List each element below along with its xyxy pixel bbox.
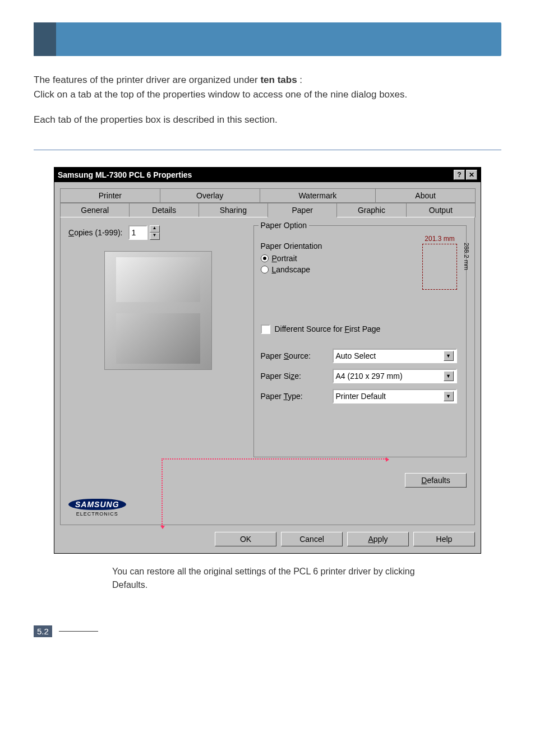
chevron-down-icon[interactable]: ▼ [444,351,454,361]
page-banner [34,22,501,56]
chevron-down-icon[interactable]: ▼ [444,391,454,401]
footnote-text: You can restore all the original setting… [112,565,426,592]
tab-about[interactable]: About [375,188,476,203]
chevron-down-icon[interactable]: ▼ [444,371,454,381]
checkbox-different-source-label: Different Source for First Page [275,324,381,333]
page-dimension-preview: 201.3 mm 288.2 mm [422,235,457,290]
section-separator [34,150,501,150]
page-rect-icon: 288.2 mm [422,244,457,290]
tab-details[interactable]: Details [129,203,199,217]
tab-sharing[interactable]: Sharing [199,203,268,217]
paper-option-group: Paper Option Paper Orientation Portrait … [253,225,467,457]
radio-portrait-label: Portrait [272,254,297,263]
copies-spin-up[interactable]: ▲ [150,225,160,233]
tab-row-2: General Details Sharing Paper Graphic Ou… [60,202,475,217]
intro-text-1: The features of the printer driver are o… [34,73,501,101]
help-button[interactable]: Help [413,532,475,546]
copies-label-rest: opies (1-999): [74,228,122,237]
cancel-button[interactable]: Cancel [281,532,343,546]
paper-size-row: Paper Size: A4 (210 x 297 mm) ▼ [261,369,460,383]
paper-source-label: Paper Source: [261,351,328,360]
properties-dialog: Samsung ML-7300 PCL 6 Properties ? ✕ Pri… [54,167,481,554]
samsung-logo-text: SAMSUNG [68,499,126,510]
samsung-logo-subtext: ELECTRONICS [76,511,118,517]
radio-portrait-dot[interactable] [261,254,269,262]
intro-suffix: : [297,75,302,85]
callout-arrow-note [162,458,163,526]
copies-label: Copies (1-999): [68,228,123,237]
page-number-rule [59,631,98,632]
page-width-label: 201.3 mm [422,235,457,243]
paper-size-dropdown[interactable]: A4 (210 x 297 mm) ▼ [333,369,457,383]
dialog-title: Samsung ML-7300 PCL 6 Properties [58,170,192,179]
paper-source-row: Paper Source: Auto Select ▼ [261,349,460,363]
dialog-footer: OK Cancel Apply Help [60,532,475,546]
titlebar: Samsung ML-7300 PCL 6 Properties ? ✕ [54,168,481,182]
paper-type-label: Paper Type: [261,392,328,401]
tab-paper[interactable]: Paper [268,203,337,217]
paper-source-value: Auto Select [336,351,376,360]
intro-prefix: The features of the printer driver are o… [34,75,260,85]
intro-line2: Click on a tab at the top of the propert… [34,89,407,100]
tab-graphic[interactable]: Graphic [336,203,406,217]
copies-spin-down[interactable]: ▼ [150,233,160,240]
tab-panel-paper: Copies (1-999): 1 ▲ ▼ [60,217,475,525]
paper-type-value: Printer Default [336,392,386,401]
copies-spinner[interactable]: 1 ▲ ▼ [128,225,160,240]
defaults-button[interactable]: Defaults [405,473,467,488]
paper-size-label: Paper Size: [261,372,328,381]
ok-button[interactable]: OK [215,532,276,546]
radio-landscape-label: Landscape [272,265,311,274]
tab-output[interactable]: Output [406,203,476,217]
paper-source-dropdown[interactable]: Auto Select ▼ [333,349,457,363]
tab-printer[interactable]: Printer [60,188,160,203]
printer-preview-image [104,251,212,370]
tab-watermark[interactable]: Watermark [260,188,376,203]
paper-type-dropdown[interactable]: Printer Default ▼ [333,389,457,403]
samsung-logo: SAMSUNG ELECTRONICS [68,499,126,517]
intro-text-2: Each tab of the properties box is descri… [34,113,501,127]
paper-size-value: A4 (210 x 297 mm) [336,372,403,381]
page-number-box: 5.2 [34,625,52,637]
tab-strip: Printer Overlay Watermark About General … [60,188,475,525]
paper-type-row: Paper Type: Printer Default ▼ [261,389,460,403]
callout-arrow-defaults [162,458,386,460]
page-number: 5.2 [34,625,501,637]
copies-label-accel: C [68,228,74,237]
copies-input[interactable]: 1 [128,225,147,240]
tab-row-1: Printer Overlay Watermark About [60,188,475,202]
titlebar-close-button[interactable]: ✕ [466,170,477,180]
intro-bold: ten tabs [260,75,297,85]
checkbox-different-source[interactable] [261,324,270,334]
page-height-label: 288.2 mm [463,243,470,270]
tab-general[interactable]: General [60,203,130,217]
paper-option-legend: Paper Option [259,221,310,230]
tab-overlay[interactable]: Overlay [160,188,260,203]
apply-button[interactable]: Apply [347,532,409,546]
titlebar-help-button[interactable]: ? [454,170,465,180]
radio-landscape-dot[interactable] [261,266,269,273]
